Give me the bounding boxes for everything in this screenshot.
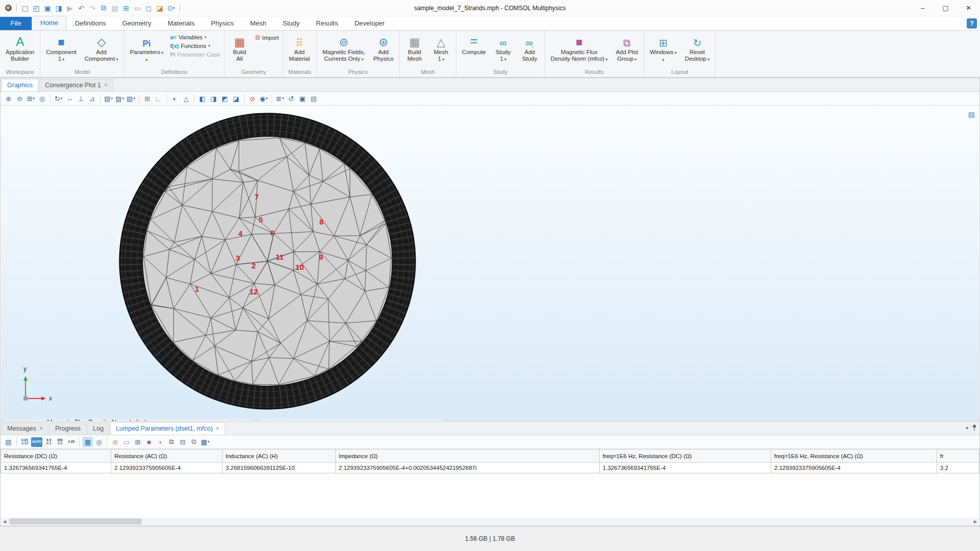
graphics-tab-convergence-plot-1[interactable]: Convergence Plot 1×	[39, 79, 113, 91]
table-color-icon[interactable]: ■	[144, 437, 154, 447]
transparency-icon[interactable]: ◐	[170, 94, 180, 104]
highlight-icon[interactable]: ◪	[155, 3, 165, 13]
wireframe-icon[interactable]: △	[181, 94, 191, 104]
bottom-tab-progress[interactable]: Progress	[50, 422, 86, 435]
format-long-icon[interactable]: 850 e-1	[55, 437, 65, 447]
view-settings-icon[interactable]: ▤▾	[104, 94, 113, 104]
redo-icon[interactable]: ↷	[87, 3, 97, 13]
select-boundaries-icon[interactable]: ◨	[209, 94, 218, 104]
auto-format-icon[interactable]: AUTO	[31, 437, 42, 447]
table-format-icon[interactable]: ▦▾	[200, 437, 210, 447]
import-button[interactable]: ⊡Import	[253, 34, 281, 41]
help-icon[interactable]: ?	[967, 18, 977, 29]
close-tab-icon[interactable]: ×	[216, 425, 219, 432]
bottom-tab-messages[interactable]: Messages×	[2, 422, 48, 435]
plot-overlay-icon[interactable]: ▤	[968, 110, 975, 118]
parameter-case-button[interactable]: PiParameter Case	[168, 51, 222, 58]
hide-selected-icon[interactable]: ⊘	[248, 94, 257, 104]
measure-icon[interactable]: ⊿	[87, 94, 97, 104]
save-as-icon[interactable]: ◨	[54, 3, 64, 13]
functions-button[interactable]: f(x)Functions▾	[168, 42, 222, 49]
add-material-button[interactable]: ⠿AddMaterial	[285, 32, 313, 68]
play-icon[interactable]: ▶	[65, 3, 75, 13]
dropdown-icon[interactable]: ▾	[266, 96, 268, 101]
ribbon-tab-mesh[interactable]: Mesh	[242, 17, 275, 30]
select-box-icon[interactable]: ◻	[143, 3, 154, 13]
copy-icon[interactable]: ⧉	[99, 3, 109, 13]
select-domains-icon[interactable]: ◧	[198, 94, 207, 104]
refresh-plot-icon[interactable]: ↺	[286, 94, 296, 104]
clear-table-icon[interactable]: ⊘	[110, 437, 120, 447]
panel-menu-icon[interactable]: ▾	[966, 425, 968, 431]
table-settings-icon[interactable]: ▤	[4, 437, 13, 447]
scene-settings-icon[interactable]: ≣▾	[275, 94, 285, 104]
material-rendering-icon[interactable]: ▧▾	[126, 94, 136, 104]
ribbon-tab-file[interactable]: File	[0, 17, 32, 30]
format-decimal-icon[interactable]: 0.85	[66, 437, 76, 447]
study-1-button[interactable]: ∞Study1 ▾	[491, 32, 516, 68]
close-button[interactable]: ✕	[957, 0, 980, 16]
dropdown-icon[interactable]: ▾	[208, 440, 210, 444]
print-icon[interactable]: ▤	[309, 94, 318, 104]
dropdown-icon[interactable]: ▾	[61, 96, 63, 101]
move-table-icon[interactable]: ⧉	[189, 437, 199, 447]
add-component-button[interactable]: ◇AddComponent ▾	[81, 32, 122, 68]
dropdown-icon[interactable]: ▾	[282, 96, 284, 101]
add-physics-button[interactable]: ⊛AddPhysics	[370, 32, 397, 68]
ribbon-tab-materials[interactable]: Materials	[159, 17, 203, 30]
ribbon-tab-geometry[interactable]: Geometry	[114, 17, 159, 30]
axes-icon[interactable]: ∟	[154, 94, 163, 104]
close-tab-icon[interactable]: ×	[39, 425, 43, 432]
zoom-in-icon[interactable]: ⊕	[4, 94, 13, 104]
windows-button[interactable]: ⊞Windows ▾▾	[646, 32, 680, 68]
bottom-tab-log[interactable]: Log	[87, 422, 109, 435]
search-icon[interactable]: ⊙▾	[166, 3, 176, 13]
reset-desktop-button[interactable]: ↻ResetDesktop ▾	[681, 32, 713, 68]
copy-table-icon[interactable]: ⧉	[166, 437, 176, 447]
highlight-selection-icon[interactable]: ◉▾	[259, 94, 268, 104]
dropdown-icon[interactable]: ▾	[111, 96, 113, 101]
build-mesh-button[interactable]: ▦BuildMesh	[402, 32, 427, 68]
dropdown-icon[interactable]: ▾	[173, 6, 175, 10]
select-edges-icon[interactable]: ◩	[220, 94, 230, 104]
precision-format-icon[interactable]: 8.85 e-12	[20, 437, 30, 447]
format-short-icon[interactable]: 8.5 e-1	[44, 437, 54, 447]
align-view-icon[interactable]: ⊥	[76, 94, 86, 104]
variables-button[interactable]: a=Variables▾	[168, 34, 222, 41]
add-study-button[interactable]: ∞↓AddStudy	[517, 32, 543, 68]
ribbon-tab-definitions[interactable]: Definitions	[67, 17, 114, 30]
compute-button[interactable]: =Compute	[458, 32, 489, 68]
pan-icon[interactable]: ↔	[65, 94, 75, 104]
full-precision-icon[interactable]: ▦	[83, 437, 92, 447]
build-all-button[interactable]: ▦BuildAll	[227, 32, 252, 68]
paste-icon[interactable]: ▤	[110, 3, 120, 13]
play-sound-icon[interactable]: ◖	[155, 437, 165, 447]
graphics-canvas[interactable]: ▤ 123456789101112yx	[1, 106, 979, 419]
graphics-tab-graphics[interactable]: Graphics	[2, 79, 38, 91]
ribbon-tab-developer[interactable]: Developer	[346, 17, 393, 30]
add-plot-group-button[interactable]: ⧉Add PlotGroup ▾	[612, 32, 641, 68]
magnetic-fields-button[interactable]: ⊚Magnetic Fields,Currents Only ▾	[319, 32, 369, 68]
select-points-icon[interactable]: ◪	[231, 94, 241, 104]
ribbon-tab-study[interactable]: Study	[275, 17, 308, 30]
color-icon[interactable]: ▨▾	[115, 94, 125, 104]
application-builder-button[interactable]: AApplicationBuilder	[2, 32, 38, 68]
maximize-button[interactable]: ▢	[934, 0, 957, 16]
ribbon-tab-results[interactable]: Results	[308, 17, 346, 30]
pin-icon[interactable]	[972, 424, 976, 431]
table-row[interactable]: 1.326736569341765E-42.1293923375905605E-…	[1, 463, 979, 473]
dropdown-icon[interactable]: ▾	[122, 96, 124, 101]
delete-table-icon[interactable]: ▭	[121, 437, 131, 447]
scroll-left-icon[interactable]: ◀	[1, 519, 8, 524]
duplicate-icon[interactable]: ⊞	[121, 3, 131, 13]
parameters-button[interactable]: PiParameters ▾▾	[126, 32, 167, 68]
ribbon-tab-physics[interactable]: Physics	[203, 17, 242, 30]
delete-icon[interactable]: ▭	[132, 3, 142, 13]
close-tab-icon[interactable]: ×	[104, 82, 108, 89]
dropdown-icon[interactable]: ▾	[33, 96, 35, 101]
add-to-table-icon[interactable]: ⊞	[133, 437, 142, 447]
export-table-icon[interactable]: ⊟	[178, 437, 187, 447]
scroll-right-icon[interactable]: ▶	[972, 519, 979, 524]
new-file-icon[interactable]: ▢	[20, 3, 30, 13]
table-horizontal-scrollbar[interactable]: ◀ ▶	[1, 518, 979, 525]
